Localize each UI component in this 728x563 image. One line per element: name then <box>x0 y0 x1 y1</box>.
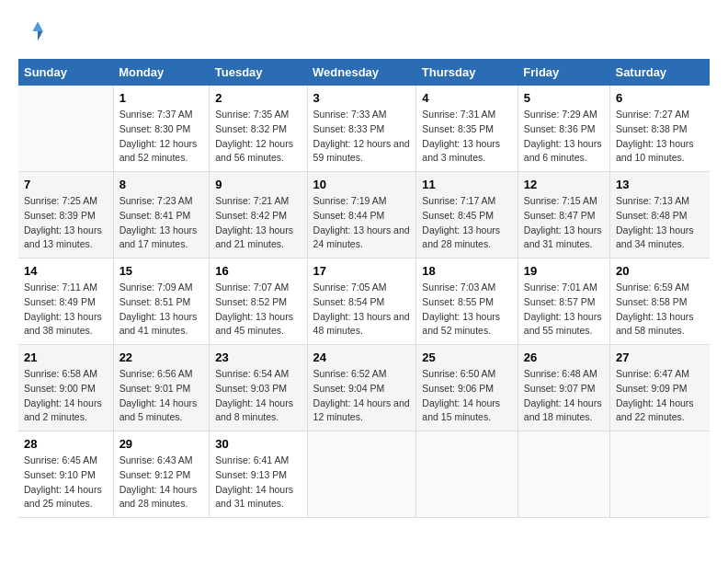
day-info: Sunrise: 6:52 AMSunset: 9:04 PMDaylight:… <box>313 367 411 425</box>
day-number: 29 <box>119 437 204 451</box>
day-number: 12 <box>524 178 604 191</box>
day-cell: 7Sunrise: 7:25 AMSunset: 8:39 PMDaylight… <box>18 172 113 259</box>
day-cell: 16Sunrise: 7:07 AMSunset: 8:52 PMDayligh… <box>210 259 307 345</box>
day-cell <box>518 431 609 518</box>
day-number: 8 <box>119 178 204 191</box>
day-number: 30 <box>215 437 301 451</box>
day-number: 18 <box>422 264 511 278</box>
day-number: 13 <box>616 178 704 191</box>
day-cell: 8Sunrise: 7:23 AMSunset: 8:41 PMDaylight… <box>113 172 210 259</box>
day-number: 3 <box>313 91 411 105</box>
day-info: Sunrise: 7:27 AMSunset: 8:38 PMDaylight:… <box>616 108 704 166</box>
day-cell <box>609 431 710 518</box>
col-header-saturday: Saturday <box>609 59 710 86</box>
day-info: Sunrise: 7:03 AMSunset: 8:55 PMDaylight:… <box>422 281 511 339</box>
day-cell: 5Sunrise: 7:29 AMSunset: 8:36 PMDaylight… <box>518 86 609 172</box>
day-info: Sunrise: 6:54 AMSunset: 9:03 PMDaylight:… <box>215 367 301 425</box>
day-cell <box>307 431 416 518</box>
col-header-wednesday: Wednesday <box>307 59 416 86</box>
day-info: Sunrise: 7:29 AMSunset: 8:36 PMDaylight:… <box>524 108 604 166</box>
day-info: Sunrise: 7:15 AMSunset: 8:47 PMDaylight:… <box>524 194 604 252</box>
day-cell: 27Sunrise: 6:47 AMSunset: 9:09 PMDayligh… <box>609 345 710 431</box>
day-number: 20 <box>616 264 704 278</box>
day-info: Sunrise: 7:37 AMSunset: 8:30 PMDaylight:… <box>119 108 204 166</box>
col-header-tuesday: Tuesday <box>210 59 307 86</box>
day-cell: 4Sunrise: 7:31 AMSunset: 8:35 PMDaylight… <box>416 86 518 172</box>
day-info: Sunrise: 6:48 AMSunset: 9:07 PMDaylight:… <box>524 367 604 425</box>
day-info: Sunrise: 7:17 AMSunset: 8:45 PMDaylight:… <box>422 194 511 252</box>
day-cell: 29Sunrise: 6:43 AMSunset: 9:12 PMDayligh… <box>113 431 210 518</box>
col-header-monday: Monday <box>113 59 210 86</box>
day-cell <box>416 431 518 518</box>
logo-icon <box>18 18 44 44</box>
day-info: Sunrise: 6:59 AMSunset: 8:58 PMDaylight:… <box>616 281 704 339</box>
day-info: Sunrise: 6:45 AMSunset: 9:10 PMDaylight:… <box>24 454 108 511</box>
day-info: Sunrise: 6:43 AMSunset: 9:12 PMDaylight:… <box>119 454 204 511</box>
day-number: 2 <box>215 91 301 105</box>
day-number: 6 <box>616 91 704 105</box>
day-number: 22 <box>119 350 204 364</box>
day-info: Sunrise: 6:47 AMSunset: 9:09 PMDaylight:… <box>616 367 704 425</box>
week-row-5: 28Sunrise: 6:45 AMSunset: 9:10 PMDayligh… <box>18 431 710 518</box>
day-number: 17 <box>313 264 411 278</box>
day-info: Sunrise: 7:25 AMSunset: 8:39 PMDaylight:… <box>24 194 108 252</box>
day-cell: 14Sunrise: 7:11 AMSunset: 8:49 PMDayligh… <box>18 259 113 345</box>
day-cell: 15Sunrise: 7:09 AMSunset: 8:51 PMDayligh… <box>113 259 210 345</box>
logo <box>18 18 48 44</box>
day-info: Sunrise: 7:33 AMSunset: 8:33 PMDaylight:… <box>313 108 411 166</box>
day-cell: 9Sunrise: 7:21 AMSunset: 8:42 PMDaylight… <box>210 172 307 259</box>
day-cell: 20Sunrise: 6:59 AMSunset: 8:58 PMDayligh… <box>609 259 710 345</box>
day-number: 25 <box>422 350 511 364</box>
week-row-3: 14Sunrise: 7:11 AMSunset: 8:49 PMDayligh… <box>18 259 710 345</box>
day-info: Sunrise: 6:41 AMSunset: 9:13 PMDaylight:… <box>215 454 301 511</box>
day-number: 9 <box>215 178 301 191</box>
day-cell: 23Sunrise: 6:54 AMSunset: 9:03 PMDayligh… <box>210 345 307 431</box>
day-number: 19 <box>524 264 604 278</box>
day-cell: 24Sunrise: 6:52 AMSunset: 9:04 PMDayligh… <box>307 345 416 431</box>
day-number: 27 <box>616 350 704 364</box>
col-header-sunday: Sunday <box>18 59 113 86</box>
day-info: Sunrise: 6:58 AMSunset: 9:00 PMDaylight:… <box>24 367 108 425</box>
day-cell: 25Sunrise: 6:50 AMSunset: 9:06 PMDayligh… <box>416 345 518 431</box>
day-info: Sunrise: 6:50 AMSunset: 9:06 PMDaylight:… <box>422 367 511 425</box>
day-number: 16 <box>215 264 301 278</box>
day-cell: 10Sunrise: 7:19 AMSunset: 8:44 PMDayligh… <box>307 172 416 259</box>
day-number: 26 <box>524 350 604 364</box>
col-header-friday: Friday <box>518 59 609 86</box>
day-cell: 11Sunrise: 7:17 AMSunset: 8:45 PMDayligh… <box>416 172 518 259</box>
day-info: Sunrise: 7:23 AMSunset: 8:41 PMDaylight:… <box>119 194 204 252</box>
day-cell: 21Sunrise: 6:58 AMSunset: 9:00 PMDayligh… <box>18 345 113 431</box>
day-cell: 26Sunrise: 6:48 AMSunset: 9:07 PMDayligh… <box>518 345 609 431</box>
svg-marker-1 <box>32 22 42 32</box>
day-cell: 6Sunrise: 7:27 AMSunset: 8:38 PMDaylight… <box>609 86 710 172</box>
col-header-thursday: Thursday <box>416 59 518 86</box>
day-cell: 17Sunrise: 7:05 AMSunset: 8:54 PMDayligh… <box>307 259 416 345</box>
day-info: Sunrise: 7:21 AMSunset: 8:42 PMDaylight:… <box>215 194 301 252</box>
day-info: Sunrise: 7:05 AMSunset: 8:54 PMDaylight:… <box>313 281 411 339</box>
day-number: 28 <box>24 437 108 451</box>
day-cell <box>18 86 113 172</box>
day-cell: 2Sunrise: 7:35 AMSunset: 8:32 PMDaylight… <box>210 86 307 172</box>
day-cell: 19Sunrise: 7:01 AMSunset: 8:57 PMDayligh… <box>518 259 609 345</box>
day-cell: 18Sunrise: 7:03 AMSunset: 8:55 PMDayligh… <box>416 259 518 345</box>
day-number: 1 <box>119 91 204 105</box>
day-cell: 30Sunrise: 6:41 AMSunset: 9:13 PMDayligh… <box>210 431 307 518</box>
day-number: 21 <box>24 350 108 364</box>
calendar-header-row: SundayMondayTuesdayWednesdayThursdayFrid… <box>18 59 710 86</box>
day-info: Sunrise: 7:07 AMSunset: 8:52 PMDaylight:… <box>215 281 301 339</box>
calendar-table: SundayMondayTuesdayWednesdayThursdayFrid… <box>18 59 710 518</box>
day-info: Sunrise: 7:13 AMSunset: 8:48 PMDaylight:… <box>616 194 704 252</box>
day-number: 10 <box>313 178 411 191</box>
day-number: 7 <box>24 178 108 191</box>
day-cell: 13Sunrise: 7:13 AMSunset: 8:48 PMDayligh… <box>609 172 710 259</box>
day-info: Sunrise: 7:01 AMSunset: 8:57 PMDaylight:… <box>524 281 604 339</box>
day-cell: 12Sunrise: 7:15 AMSunset: 8:47 PMDayligh… <box>518 172 609 259</box>
day-info: Sunrise: 7:11 AMSunset: 8:49 PMDaylight:… <box>24 281 108 339</box>
day-number: 23 <box>215 350 301 364</box>
day-info: Sunrise: 7:19 AMSunset: 8:44 PMDaylight:… <box>313 194 411 252</box>
page-header <box>18 18 710 44</box>
day-cell: 3Sunrise: 7:33 AMSunset: 8:33 PMDaylight… <box>307 86 416 172</box>
day-info: Sunrise: 7:31 AMSunset: 8:35 PMDaylight:… <box>422 108 511 166</box>
week-row-2: 7Sunrise: 7:25 AMSunset: 8:39 PMDaylight… <box>18 172 710 259</box>
week-row-1: 1Sunrise: 7:37 AMSunset: 8:30 PMDaylight… <box>18 86 710 172</box>
